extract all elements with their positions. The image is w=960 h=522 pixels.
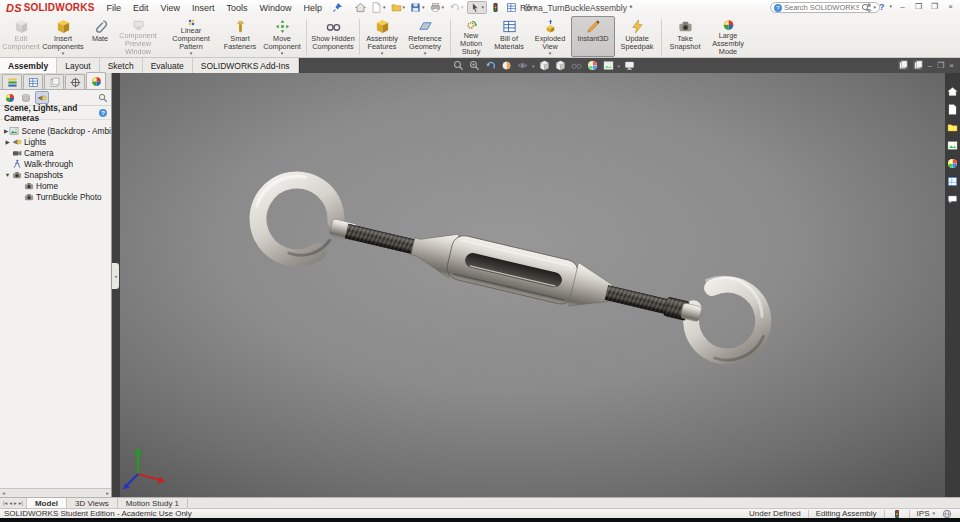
home-button[interactable] — [353, 1, 368, 14]
status-globe-icon[interactable] — [942, 509, 952, 519]
tree-item-lights[interactable]: ▶Lights — [0, 136, 111, 147]
large-assembly-mode-button[interactable]: Large Assembly Mode — [706, 16, 750, 57]
print-button[interactable]: ▾ — [428, 1, 447, 14]
scroll-right-icon[interactable]: ▸ — [106, 490, 109, 496]
model-turnbuckle-assembly[interactable] — [120, 73, 945, 497]
help-menu-button[interactable]: ? — [879, 2, 885, 12]
move-component-button[interactable]: Move Component▾ — [260, 16, 304, 57]
hide-show-items-button[interactable] — [570, 59, 583, 72]
tab-3d-views[interactable]: 3D Views — [67, 498, 118, 508]
menu-insert[interactable]: Insert — [186, 2, 221, 14]
select-tool-button[interactable]: ▾ — [467, 1, 488, 14]
assembly-features-button[interactable]: Assembly Features▾ — [362, 16, 402, 57]
expand-arrow-icon[interactable]: ▶ — [3, 139, 12, 145]
tab-motion-study-1[interactable]: Motion Study 1 — [118, 498, 188, 508]
tree-item-scene[interactable]: ▶Scene (Backdrop - Ambient White — [0, 125, 111, 136]
displaymanager-tab[interactable] — [86, 72, 106, 89]
zoom-to-area-button[interactable] — [468, 59, 481, 72]
solidworks-resources-button[interactable] — [947, 85, 959, 97]
linear-component-pattern-button[interactable]: Linear Component Pattern▾ — [162, 16, 220, 57]
apply-scene-button[interactable] — [602, 59, 615, 72]
propertymanager-tab[interactable] — [23, 74, 43, 89]
take-snapshot-button[interactable]: Take Snapshot — [664, 16, 706, 57]
panel-collapse-handle[interactable]: ◂ — [112, 263, 119, 289]
search-input[interactable] — [784, 3, 859, 12]
smart-fasteners-button[interactable]: Smart Fasteners — [220, 16, 260, 57]
tab-assembly[interactable]: Assembly — [0, 58, 57, 73]
custom-properties-button[interactable] — [947, 175, 959, 187]
mate-button[interactable]: Mate — [86, 16, 114, 57]
panel-help-icon[interactable]: ? — [99, 109, 107, 117]
sketch-xpert-button[interactable] — [488, 1, 503, 14]
hud-caret-icon[interactable]: ▾ — [532, 63, 535, 69]
reference-geometry-button[interactable]: Reference Geometry▾ — [402, 16, 448, 57]
solidworks-forum-button[interactable] — [947, 193, 959, 205]
bill-of-materials-button[interactable]: Bill of Materials — [489, 16, 529, 57]
view-palette-button[interactable] — [947, 139, 959, 151]
menu-window[interactable]: Window — [254, 2, 298, 14]
design-library-button[interactable] — [947, 103, 959, 115]
menu-edit[interactable]: Edit — [127, 2, 155, 14]
first-tab-button[interactable]: |◂ — [3, 500, 7, 506]
dimxpertmanager-tab[interactable] — [65, 74, 85, 89]
scroll-left-icon[interactable]: ◂ — [2, 490, 5, 496]
doc-window-restore-button[interactable]: ❐ — [937, 61, 944, 70]
section-view-button[interactable] — [500, 59, 513, 72]
pin-menu-icon[interactable] — [332, 2, 343, 13]
maximize-button[interactable]: ❒ — [913, 1, 924, 12]
graphics-viewport[interactable] — [120, 73, 945, 497]
tree-item-turnbuckle-photo[interactable]: TurnBuckle Photo — [0, 191, 111, 202]
menu-view[interactable]: View — [155, 2, 186, 14]
tree-item-camera[interactable]: Camera — [0, 147, 111, 158]
last-tab-button[interactable]: ▸| — [19, 500, 23, 506]
save-button[interactable]: ▾ — [408, 1, 427, 14]
configurationmanager-tab[interactable] — [44, 74, 64, 89]
status-traffic-light-icon[interactable] — [892, 509, 902, 519]
menu-file[interactable]: File — [101, 2, 128, 14]
units-selector[interactable]: IPS ▾ — [917, 509, 935, 518]
menu-help[interactable]: Help — [298, 2, 329, 14]
update-speedpak-button[interactable]: Update Speedpak — [615, 16, 659, 57]
doc-window-tile-icon[interactable] — [898, 60, 908, 70]
hud-caret-icon[interactable]: ▾ — [618, 63, 621, 69]
show-hidden-components-button[interactable]: Show Hidden Components — [309, 16, 357, 57]
open-button[interactable]: ▾ — [389, 1, 408, 14]
insert-components-button[interactable]: Insert Components▾ — [40, 16, 86, 57]
file-explorer-button[interactable] — [947, 121, 959, 133]
doc-window-cascade-icon[interactable] — [913, 60, 923, 70]
edit-appearance-button[interactable] — [586, 59, 599, 72]
display-style-button[interactable] — [554, 59, 567, 72]
new-document-button[interactable]: ▾ — [369, 1, 388, 14]
tree-item-home-snapshot[interactable]: Home — [0, 180, 111, 191]
tab-sketch[interactable]: Sketch — [100, 58, 143, 73]
tab-model[interactable]: Model — [27, 498, 67, 508]
help-caret-icon[interactable]: ▾ — [889, 4, 892, 9]
new-motion-study-button[interactable]: New Motion Study — [453, 16, 489, 57]
exploded-view-button[interactable]: Exploded View▾ — [529, 16, 571, 57]
view-settings-button[interactable] — [623, 59, 636, 72]
zoom-to-fit-button[interactable] — [452, 59, 465, 72]
view-orientation-button[interactable] — [538, 59, 551, 72]
next-tab-button[interactable]: ▸ — [14, 500, 17, 506]
menu-tools[interactable]: Tools — [220, 2, 253, 14]
prev-tab-button[interactable]: ◂ — [9, 500, 12, 506]
panel-splitter[interactable]: ◂ — [112, 73, 120, 497]
instant3d-button[interactable]: Instant3D — [571, 16, 615, 57]
panel-horizontal-scrollbar[interactable]: ◂ ▸ — [0, 488, 111, 497]
doc-window-close-button[interactable]: × — [949, 61, 954, 70]
featuremanager-tab[interactable] — [2, 74, 22, 89]
tree-item-walk-through[interactable]: Walk-through — [0, 158, 111, 169]
tab-evaluate[interactable]: Evaluate — [143, 58, 193, 73]
previous-view-button[interactable] — [484, 59, 497, 72]
minimize-button[interactable]: – — [897, 1, 908, 12]
dynamic-annotation-views-button[interactable] — [516, 59, 529, 72]
restore-button[interactable]: ❐ — [929, 1, 940, 12]
selection-filter-button[interactable] — [504, 1, 519, 14]
expand-arrow-icon[interactable]: ▼ — [3, 172, 12, 178]
doc-window-minimize-button[interactable]: – — [928, 61, 932, 70]
close-button[interactable]: × — [945, 1, 956, 12]
tree-item-snapshots[interactable]: ▼Snapshots — [0, 169, 111, 180]
tab-solidworks-add-ins[interactable]: SOLIDWORKS Add-Ins — [193, 58, 299, 73]
tab-layout[interactable]: Layout — [57, 58, 100, 73]
user-account-icon[interactable] — [864, 2, 874, 12]
